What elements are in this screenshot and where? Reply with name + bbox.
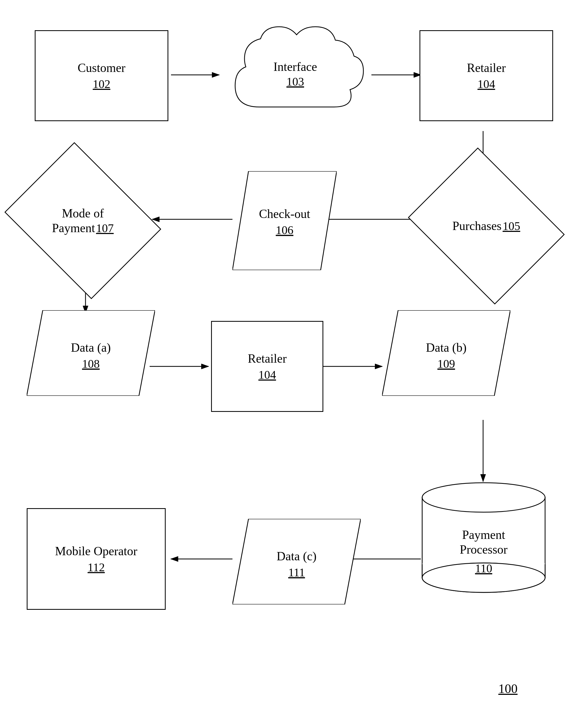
mode-payment-content: Mode of Payment 107 — [52, 206, 114, 235]
svg-text:Check-out: Check-out — [259, 207, 310, 221]
retailer-top-label: Retailer — [467, 61, 506, 75]
svg-text:111: 111 — [288, 566, 305, 579]
retailer-mid-ref: 104 — [258, 368, 276, 382]
svg-text:106: 106 — [276, 223, 294, 237]
svg-text:Processor: Processor — [460, 543, 508, 556]
svg-text:103: 103 — [287, 75, 304, 88]
svg-text:110: 110 — [475, 562, 492, 575]
retailer-mid-label: Retailer — [248, 351, 287, 366]
mobile-operator-ref: 112 — [88, 561, 105, 574]
checkout-node: Check-out 106 — [232, 171, 337, 270]
svg-text:Data (c): Data (c) — [276, 549, 316, 563]
svg-text:Interface: Interface — [273, 60, 317, 74]
purchases-label: Purchases — [452, 219, 501, 233]
mode-payment-node: Mode of Payment 107 — [21, 171, 144, 270]
purchases-ref: 105 — [502, 219, 520, 233]
mobile-operator-node: Mobile Operator 112 — [27, 508, 166, 610]
svg-marker-14 — [232, 171, 337, 270]
svg-point-24 — [422, 483, 545, 512]
retailer-top-node: Retailer 104 — [420, 30, 553, 121]
payment-processor-node: Payment Processor 110 — [420, 481, 548, 594]
diagram: Customer 102 Interface 103 Retailer 104 … — [0, 0, 571, 728]
retailer-top-ref: 104 — [477, 77, 495, 91]
interface-node: Interface 103 — [219, 21, 371, 128]
diagram-ref: 100 — [498, 681, 518, 696]
mobile-operator-label: Mobile Operator — [55, 544, 137, 558]
purchases-node: Purchases 105 — [425, 177, 548, 275]
customer-label: Customer — [78, 61, 126, 75]
svg-text:108: 108 — [82, 357, 100, 370]
svg-text:109: 109 — [437, 357, 455, 370]
data-a-node: Data (a) 108 — [27, 310, 155, 396]
customer-node: Customer 102 — [35, 30, 168, 121]
retailer-mid-node: Retailer 104 — [211, 321, 323, 412]
data-c-node: Data (c) 111 — [232, 519, 361, 605]
svg-text:Data (b): Data (b) — [426, 341, 466, 354]
svg-text:Payment: Payment — [462, 528, 505, 542]
data-b-node: Data (b) 109 — [382, 310, 510, 396]
svg-text:Data (a): Data (a) — [71, 341, 111, 354]
mode-payment-ref: 107 — [96, 222, 114, 235]
customer-ref: 102 — [93, 77, 110, 91]
purchases-content: Purchases 105 — [452, 218, 520, 233]
